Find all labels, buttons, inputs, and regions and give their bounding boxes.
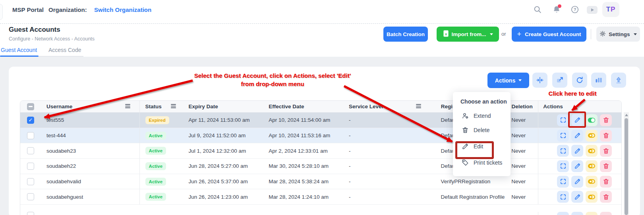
table-row: soudabehvalidActiveJun 26, 2024 5:37:00 … <box>20 174 621 190</box>
menu-item-edit[interactable]: Edit <box>453 137 511 155</box>
toggle-off-icon[interactable] <box>586 130 598 142</box>
effective-date-cell: Apr 2, 2024 12:33:01 am <box>262 143 342 158</box>
expiry-date-cell: Jun 28, 2024 5:27:00 am <box>182 159 262 174</box>
edit-pencil-icon[interactable] <box>571 160 583 172</box>
menu-item-delete[interactable]: Delete <box>453 123 511 137</box>
username-cell: soudabehguest <box>41 189 139 204</box>
row-checkbox[interactable] <box>27 193 34 200</box>
menu-item-print-tickets[interactable]: Print tickets <box>453 155 511 170</box>
edit-pencil-icon[interactable] <box>571 176 583 188</box>
row-actions-cell <box>538 113 621 128</box>
toggle-off-icon[interactable] <box>586 191 598 203</box>
edit-pencil-icon[interactable] <box>571 212 583 215</box>
expand-icon[interactable] <box>557 176 569 188</box>
expiry-date-cell: Jun 26, 2024 5:37:00 am <box>182 174 262 189</box>
toggle-off-icon[interactable] <box>586 145 598 157</box>
page-header: Guest Accounts Configure - Network Acces… <box>0 24 644 46</box>
row-checkbox[interactable] <box>27 178 34 185</box>
batch-creation-button[interactable]: Batch Creation <box>383 27 428 42</box>
toggle-off-icon[interactable] <box>586 176 598 188</box>
status-cell: Active <box>139 174 182 189</box>
column-effective-date[interactable]: Effective Date <box>262 101 342 112</box>
status-cell: Expired <box>139 113 182 128</box>
action-menu-header: Choose an action <box>453 92 511 109</box>
select-all-checkbox[interactable] <box>27 103 34 110</box>
edit-pencil-icon[interactable] <box>571 191 583 203</box>
scrollbar-thumb[interactable] <box>625 118 628 215</box>
delete-trash-icon[interactable] <box>600 114 612 126</box>
toggle-off-icon[interactable] <box>586 160 598 172</box>
delete-trash-icon[interactable] <box>600 191 612 203</box>
delete-trash-icon[interactable] <box>600 212 612 215</box>
menu-item-extend[interactable]: Extend <box>453 109 511 123</box>
expiry-date-cell: Jun 26, 2024 1:23:00 am <box>182 189 262 204</box>
help-icon[interactable]: ? <box>571 5 579 14</box>
or-text: or <box>501 31 506 37</box>
service-level-cell: - <box>342 174 435 189</box>
column-menu-icon[interactable] <box>125 104 131 110</box>
expand-icon[interactable] <box>557 191 569 203</box>
import-from-button[interactable]: x Import from... <box>437 27 499 42</box>
expand-icon[interactable] <box>557 130 569 142</box>
search-icon[interactable] <box>533 5 542 14</box>
delete-trash-icon[interactable] <box>600 130 612 142</box>
brand-title: MSP Portal <box>12 6 44 13</box>
row-checkbox[interactable] <box>27 212 34 215</box>
collapse-columns-icon[interactable] <box>532 73 547 88</box>
edit-pencil-icon[interactable] <box>571 130 583 142</box>
row-checkbox[interactable] <box>27 132 34 139</box>
toggle-off-icon[interactable] <box>586 212 598 215</box>
scrollbar-up-arrow[interactable] <box>625 114 628 116</box>
expand-icon[interactable] <box>557 145 569 157</box>
topbar: MSP Portal Organization: Switch Organiza… <box>0 0 644 24</box>
chevron-down-icon <box>634 33 637 35</box>
user-avatar[interactable]: TP <box>602 2 619 17</box>
toggle-on-icon[interactable] <box>586 114 598 126</box>
column-actions: Actions <box>538 101 621 112</box>
row-actions-cell <box>538 143 621 158</box>
delete-trash-icon[interactable] <box>600 145 612 157</box>
organization-link[interactable]: Switch Organization <box>94 6 151 13</box>
columns-icon[interactable] <box>591 73 606 88</box>
column-expiry-date[interactable]: Expiry Date <box>182 101 262 112</box>
chevron-down-icon <box>490 33 493 35</box>
expand-icon[interactable] <box>557 212 569 215</box>
create-guest-account-button[interactable]: +Create Guest Account <box>512 27 586 42</box>
annotation-click-edit: Click here to edit <box>540 90 605 97</box>
column-menu-icon[interactable] <box>416 104 422 110</box>
upload-icon[interactable] <box>611 73 626 88</box>
column-username[interactable]: Username <box>46 104 72 109</box>
status-cell: Active <box>139 143 182 158</box>
tab-access-code[interactable]: Access Code <box>48 47 81 53</box>
status-badge: Expired <box>145 116 169 124</box>
username-cell: soudabeh22 <box>41 159 139 174</box>
deletion-cell: Never <box>506 128 538 143</box>
export-icon[interactable] <box>552 73 567 88</box>
column-service-level[interactable]: Service Level <box>349 104 383 109</box>
column-deletion[interactable]: Deletion <box>506 101 538 112</box>
tour-play-icon[interactable] <box>587 6 598 14</box>
delete-trash-icon[interactable] <box>600 176 612 188</box>
table-row: ✓test555ExpiredApr 11, 2024 11:53:00 amA… <box>20 113 621 128</box>
edit-pencil-icon[interactable] <box>571 145 583 157</box>
status-badge: Active <box>145 162 166 170</box>
column-menu-icon[interactable] <box>170 104 176 110</box>
gear-icon <box>600 31 606 38</box>
row-checkbox[interactable]: ✓ <box>27 117 34 124</box>
column-status[interactable]: Status <box>145 104 162 109</box>
edit-pencil-icon[interactable] <box>571 114 583 126</box>
refresh-icon[interactable] <box>572 73 587 88</box>
expand-icon[interactable] <box>557 160 569 172</box>
table-row: test-444ActiveJul 9, 2024 11:52:00 amApr… <box>20 128 621 144</box>
status-badge: Active <box>145 178 166 186</box>
settings-button[interactable]: Settings <box>596 27 640 42</box>
deletion-cell: Never <box>506 189 538 204</box>
status-cell: Active <box>139 128 182 143</box>
row-checkbox[interactable] <box>27 163 34 170</box>
delete-trash-icon[interactable] <box>600 160 612 172</box>
tab-guest-account[interactable]: Guest Account <box>1 47 37 53</box>
expand-icon[interactable] <box>557 114 569 126</box>
service-level-cell: - <box>342 189 435 204</box>
row-checkbox[interactable] <box>27 147 34 154</box>
actions-dropdown-button[interactable]: Actions <box>487 73 529 88</box>
